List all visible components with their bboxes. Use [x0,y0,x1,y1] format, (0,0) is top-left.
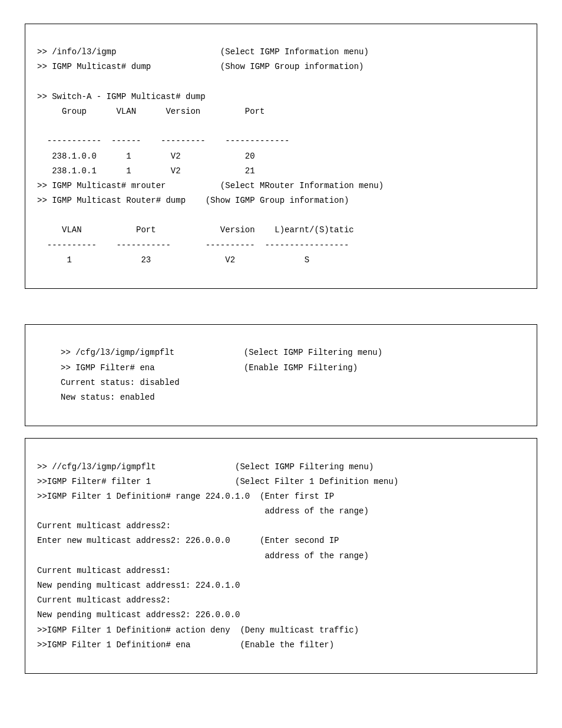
text-line: >>IGMP Filter# filter 1 (Select Filter 1… [37,477,398,486]
text-line: >> /info/l3/igmp (Select IGMP Informatio… [37,47,369,57]
blank-line [37,210,42,220]
cmd: >> IGMP Filter# ena [61,363,155,373]
text-line: Enter new multicast address2: 226.0.0.0 … [37,536,339,545]
cmd: >> /info/l3/igmp [37,47,116,57]
text-line: Current multicast address1: [37,566,171,575]
comment: (Enter first IP [260,492,334,501]
divider-line: ---------- ----------- ---------- ------… [37,241,349,250]
comment: (Show IGMP Group information) [206,196,349,205]
text-line: >> IGMP Multicast# mrouter (Select MRout… [37,181,384,190]
comment: (Enter second IP [260,536,339,545]
text-line: Current multicast address2: [37,595,171,605]
text-line: >>IGMP Filter 1 Definition# action deny … [37,625,359,635]
cmd: >> //cfg/l3/igmp/igmpflt [37,462,156,472]
blank-line [37,121,42,131]
text-line: >> /cfg/l3/igmp/igmpflt (Select IGMP Fil… [61,348,382,357]
terminal-box-3: >> //cfg/l3/igmp/igmpflt (Select IGMP Fi… [25,438,537,674]
data-row: 238.1.0.1 1 V2 21 [37,166,255,176]
comment: (Enable the filter) [240,640,334,650]
comment: (Deny multicast traffic) [240,625,359,635]
text-line: New pending multicast address1: 224.0.1.… [37,581,240,590]
comment: (Select MRouter Information menu) [220,181,384,190]
cmd: >> /cfg/l3/igmp/igmpflt [61,348,174,357]
text-line: >>IGMP Filter 1 Definition# range 224.0.… [37,492,334,501]
comment: address of the range) [265,506,368,516]
divider-line: ----------- ------ --------- -----------… [37,136,289,146]
text-line: address of the range) [37,506,369,516]
data-row: 238.1.0.0 1 V2 20 [37,151,255,161]
text-line: >> //cfg/l3/igmp/igmpflt (Select IGMP Fi… [37,462,373,472]
comment: (Select IGMP Filtering menu) [244,348,382,357]
text-line: Current status: disabled [61,378,180,387]
terminal-box-1: >> /info/l3/igmp (Select IGMP Informatio… [25,24,537,289]
comment: address of the range) [265,551,368,561]
comment: (Select IGMP Information menu) [220,47,369,57]
text-line: >> IGMP Multicast# dump (Show IGMP Group… [37,62,364,71]
comment: (Select IGMP Filtering menu) [235,462,373,472]
text-line: address of the range) [37,551,369,561]
cmd: Enter new multicast address2: 226.0.0.0 [37,536,230,545]
data-row: 1 23 V2 S [37,255,309,265]
comment: (Show IGMP Group information) [220,62,364,71]
cmd: >>IGMP Filter# filter 1 [37,477,151,486]
text-line: Current multicast address2: [37,521,171,531]
text-line: >>IGMP Filter 1 Definition# ena (Enable … [37,640,334,650]
cmd: >> IGMP Multicast# dump [37,62,151,71]
comment: (Select Filter 1 Definition menu) [235,477,398,486]
cmd: >> IGMP Multicast Router# dump [37,196,186,205]
blank-line [37,77,42,87]
text-line: New pending multicast address2: 226.0.0.… [37,610,240,620]
text-line: >> IGMP Filter# ena (Enable IGMP Filteri… [61,363,358,373]
terminal-box-2: >> /cfg/l3/igmp/igmpflt (Select IGMP Fil… [25,324,537,426]
header-line: Group VLAN Version Port [37,107,265,116]
header-line: VLAN Port Version L)earnt/(S)tatic [37,225,354,235]
cmd: >>IGMP Filter 1 Definition# action deny [37,625,230,635]
cmd: >> IGMP Multicast# mrouter [37,181,166,190]
text-line: New status: enabled [61,393,155,402]
text-line: >> IGMP Multicast Router# dump (Show IGM… [37,196,349,205]
text-line: >> Switch-A - IGMP Multicast# dump [37,92,206,101]
comment: (Enable IGMP Filtering) [244,363,358,373]
cmd: >>IGMP Filter 1 Definition# range 224.0.… [37,492,250,501]
cmd: >>IGMP Filter 1 Definition# ena [37,640,190,650]
